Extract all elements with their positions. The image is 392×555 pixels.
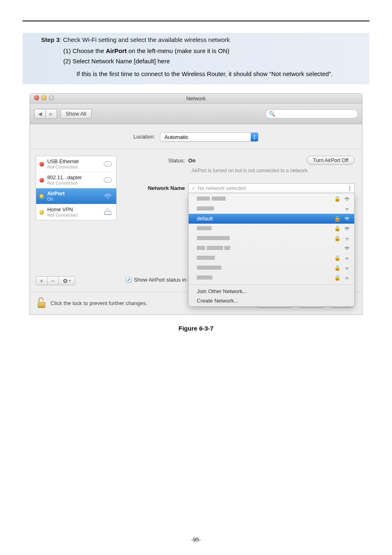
traffic-lights: [34, 95, 54, 100]
lock-icon: 🔒: [334, 265, 341, 271]
zoom-button[interactable]: [49, 95, 54, 100]
network-item[interactable]: 🔒: [189, 263, 354, 273]
lock-icon: 🔒: [334, 225, 341, 231]
lock-icon: 🔒: [334, 235, 341, 241]
vpn-icon: [102, 208, 113, 217]
dropdown-selected: No network selected: [198, 185, 246, 191]
wifi-icon: [344, 256, 350, 261]
action-menu-button[interactable]: ✿ ▾: [59, 276, 75, 285]
status-description: AirPort is turned on but is not connecte…: [191, 167, 355, 174]
sidebar-item-80211-adapter[interactable]: 802.11...dapter Not Connected •••: [36, 172, 116, 188]
location-label: Location:: [134, 134, 155, 140]
network-item[interactable]: 🔒: [189, 253, 354, 263]
show-airport-menubar-checkbox[interactable]: [126, 277, 131, 283]
network-item[interactable]: 🔒: [189, 273, 354, 283]
dropdown-head[interactable]: ✓ No network selected ▲▼: [188, 183, 355, 193]
check-icon: ✓: [191, 185, 196, 191]
network-item[interactable]: 🔒: [189, 224, 354, 234]
ethernet-icon: •••: [102, 160, 113, 169]
menu-separator: [189, 284, 354, 285]
location-select[interactable]: Automatic ▲▼: [160, 132, 258, 141]
interface-name: 802.11...dapter: [47, 175, 102, 180]
figure-caption: Figure 6-3-7: [23, 325, 369, 332]
lock-icon[interactable]: [37, 298, 46, 309]
network-item[interactable]: 🔒: [189, 194, 354, 204]
interface-status: On: [47, 197, 102, 201]
substep-2-note: If this is the first time to connect to …: [41, 68, 364, 80]
svg-point-13: [346, 269, 347, 270]
add-interface-button[interactable]: +: [36, 276, 47, 285]
nav-segment: ◀ ▶: [34, 109, 57, 119]
svg-point-11: [346, 249, 347, 250]
ethernet-icon: •••: [102, 176, 113, 185]
network-item[interactable]: [189, 204, 354, 214]
show-all-button[interactable]: Show All: [60, 109, 92, 119]
interface-status: Not Connected: [47, 213, 102, 217]
network-name-dropdown[interactable]: ✓ No network selected ▲▼ 🔒: [188, 183, 355, 193]
network-item-default[interactable]: default 🔒: [189, 214, 354, 224]
interface-status: Not Connected: [47, 164, 102, 169]
select-arrows-icon: ▲▼: [346, 184, 353, 192]
substep-2: (2) Select Network Name [default] here: [41, 58, 364, 65]
instruction-block: Step 3: Check Wi-Fi setting and select t…: [23, 33, 369, 84]
lock-icon: 🔒: [334, 196, 341, 202]
svg-point-7: [346, 210, 347, 210]
lock-icon: 🔒: [334, 275, 341, 281]
create-network[interactable]: Create Network...: [189, 296, 354, 305]
horizontal-rule: [23, 21, 369, 21]
wifi-icon: [344, 206, 350, 211]
lock-icon: 🔒: [334, 255, 341, 261]
svg-point-14: [346, 279, 347, 280]
sidebar-item-usb-ethernet[interactable]: USB Ethernet Not Connected •••: [36, 156, 116, 172]
wifi-icon: [344, 246, 350, 251]
back-button[interactable]: ◀: [34, 109, 46, 119]
network-item[interactable]: 🔒: [189, 234, 354, 243]
wifi-icon: [102, 192, 113, 201]
forward-button[interactable]: ▶: [46, 109, 57, 119]
interface-status: Not Connected: [47, 180, 102, 185]
titlebar: Network: [30, 94, 362, 104]
svg-point-10: [346, 239, 347, 240]
remove-interface-button[interactable]: −: [47, 276, 59, 285]
interface-name: USB Ethernet: [47, 159, 102, 164]
network-prefpane-window: Network ◀ ▶ Show All 🔍 Location: Automat…: [30, 93, 362, 315]
close-button[interactable]: [34, 95, 39, 100]
dropdown-menu: 🔒 default 🔒: [188, 193, 355, 307]
toolbar: ◀ ▶ Show All 🔍: [30, 104, 362, 124]
interface-list: USB Ethernet Not Connected ••• 802.11...…: [36, 156, 117, 220]
network-name-label: Network Name: [126, 183, 188, 191]
substep-1: (1) Choose the AirPort on the left-menu …: [41, 47, 364, 54]
location-row: Location: Automatic ▲▼: [30, 124, 362, 149]
gear-icon: ✿: [63, 278, 68, 284]
join-other-network[interactable]: Join Other Network...: [189, 287, 354, 296]
sidebar-controls: + − ✿ ▾: [36, 276, 117, 285]
sidebar-item-home-vpn[interactable]: Home VPN Not Connected: [36, 204, 116, 220]
svg-point-9: [346, 229, 347, 230]
detail-pane: Status: On Turn AirPort Off AirPort is t…: [122, 149, 362, 292]
wifi-icon: [344, 275, 350, 280]
interface-name: Home VPN: [47, 207, 102, 213]
search-icon: 🔍: [269, 111, 275, 117]
chevron-down-icon: ▾: [69, 279, 71, 282]
turn-airport-off-button[interactable]: Turn AirPort Off: [307, 156, 355, 165]
sidebar: USB Ethernet Not Connected ••• 802.11...…: [30, 149, 122, 292]
svg-point-6: [346, 200, 347, 201]
lock-icon: 🔒: [334, 215, 341, 222]
page-number: -95-: [0, 536, 392, 543]
status-value: On: [188, 157, 196, 164]
sidebar-item-airport[interactable]: AirPort On: [36, 188, 116, 204]
select-arrows-icon: ▲▼: [251, 132, 258, 141]
svg-text:•••: •••: [106, 163, 109, 166]
svg-point-4: [107, 197, 108, 199]
status-label: Status:: [126, 157, 188, 164]
network-item[interactable]: [189, 243, 354, 253]
wifi-icon: [344, 236, 350, 241]
step-label: Step 3: [41, 36, 60, 43]
status-dot-icon: [39, 162, 44, 166]
wifi-icon: [344, 197, 350, 201]
status-dot-icon: [39, 178, 44, 183]
search-input[interactable]: [265, 109, 358, 118]
wifi-icon: [344, 216, 350, 221]
status-dot-icon: [39, 194, 44, 199]
minimize-button[interactable]: [42, 95, 46, 100]
